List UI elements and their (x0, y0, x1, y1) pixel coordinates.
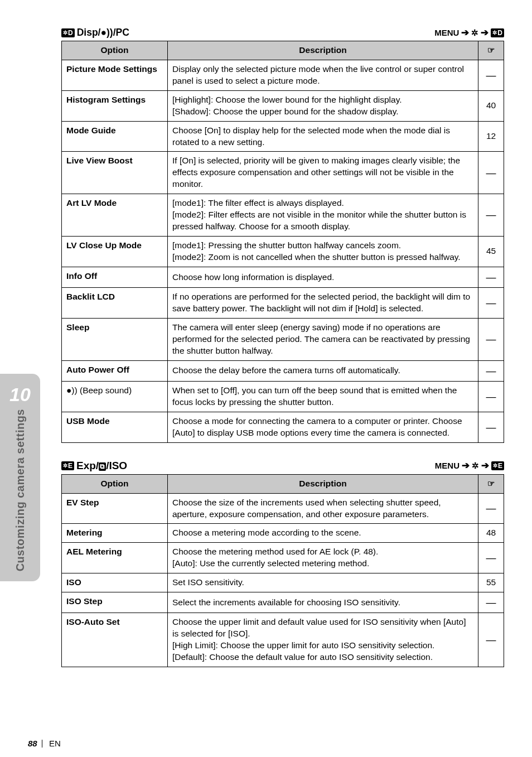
option-page-ref: — (478, 318, 504, 360)
table-row: Auto Power OffChoose the delay before th… (62, 360, 504, 381)
page-footer: 88 EN (28, 739, 61, 748)
table-row: EV StepChoose the size of the increments… (62, 493, 504, 524)
option-description: Choose the upper limit and default value… (168, 613, 478, 667)
gear-icon: ✲ (471, 28, 478, 38)
option-name: USB Mode (62, 412, 168, 442)
col-description: Description (168, 41, 478, 60)
option-name: Info Off (62, 267, 168, 287)
option-description: Select the increments available for choo… (168, 592, 478, 613)
option-page-ref: 40 (478, 90, 504, 121)
table-row: Histogram Settings[Highlight]: Choose th… (62, 90, 504, 121)
page-number: 88 (28, 739, 37, 748)
option-description: [Highlight]: Choose the lower bound for … (168, 90, 478, 121)
table-row: AEL MeteringChoose the metering method u… (62, 543, 504, 573)
col-description: Description (168, 474, 478, 493)
option-name: ISO Step (62, 592, 168, 613)
gear-icon: ✲ (472, 461, 479, 471)
option-page-ref: — (478, 613, 504, 667)
option-description: When set to [Off], you can turn off the … (168, 382, 478, 412)
option-page-ref: — (478, 60, 504, 90)
arrow-icon: ➔ (481, 461, 489, 470)
option-description: Choose the delay before the camera turns… (168, 360, 478, 381)
chapter-number: 10 (9, 384, 31, 406)
option-page-ref: 45 (478, 236, 504, 267)
option-name: Picture Mode Settings (62, 60, 168, 90)
table-row: Mode GuideChoose [On] to display help fo… (62, 121, 504, 152)
option-name: Art LV Mode (62, 194, 168, 237)
option-page-ref: 12 (478, 121, 504, 152)
option-description: Set ISO sensitivity. (168, 573, 478, 592)
option-name: AEL Metering (62, 543, 168, 573)
option-page-ref: — (478, 152, 504, 194)
table-row: ●)) (Beep sound)When set to [Off], you c… (62, 382, 504, 412)
option-name: Backlit LCD (62, 288, 168, 319)
table-row: Backlit LCDIf no operations are performe… (62, 288, 504, 319)
option-page-ref: — (478, 493, 504, 524)
option-description: Choose the size of the increments used w… (168, 493, 478, 524)
option-name: ISO (62, 573, 168, 592)
option-description: Choose [On] to display help for the sele… (168, 121, 478, 152)
tab-badge-d-icon: ✲D (61, 28, 75, 37)
option-name: Sleep (62, 318, 168, 360)
option-page-ref: — (478, 543, 504, 573)
option-name: ●)) (Beep sound) (62, 382, 168, 412)
option-page-ref: — (478, 412, 504, 442)
option-page-ref: 48 (478, 524, 504, 543)
option-name: Histogram Settings (62, 90, 168, 121)
hand-icon: ☞ (487, 479, 495, 488)
option-name: ISO-Auto Set (62, 613, 168, 667)
arrow-icon: ➔ (462, 461, 470, 470)
option-page-ref: — (478, 360, 504, 381)
exposure-comp-icon: ⧉ (99, 462, 106, 471)
table-row: LV Close Up Mode[mode1]: Pressing the sh… (62, 236, 504, 267)
col-page-ref: ☞ (478, 474, 504, 493)
table-row: ISO StepSelect the increments available … (62, 592, 504, 613)
option-name: Auto Power Off (62, 360, 168, 381)
tab-badge-e-icon: ✲E (61, 461, 74, 470)
tab-badge-d-icon: ✲D (491, 28, 504, 37)
hand-icon: ☞ (487, 45, 495, 55)
chapter-title: Customizing camera settings (14, 409, 27, 571)
options-table-d: Option Description ☞ Picture Mode Settin… (61, 41, 504, 443)
section-d-title: Disp/●))/PC (77, 27, 129, 38)
sidebar-tab: 10 Customizing camera settings (0, 374, 40, 581)
option-page-ref: 55 (478, 573, 504, 592)
col-option: Option (62, 474, 168, 493)
option-description: Choose how long information is displayed… (168, 267, 478, 287)
option-page-ref: — (478, 288, 504, 319)
option-page-ref: — (478, 267, 504, 287)
page-language: EN (49, 739, 61, 748)
table-row: MeteringChoose a metering mode according… (62, 524, 504, 543)
option-name: Mode Guide (62, 121, 168, 152)
section-d-breadcrumb: MENU ➔ ✲ ➔ ✲D (434, 28, 504, 38)
option-description: Display only the selected picture mode w… (168, 60, 478, 90)
options-table-e: Option Description ☞ EV StepChoose the s… (61, 474, 504, 667)
option-name: EV Step (62, 493, 168, 524)
option-name: LV Close Up Mode (62, 236, 168, 267)
col-option: Option (62, 41, 168, 60)
option-description: Choose a metering mode according to the … (168, 524, 478, 543)
table-row: SleepThe camera will enter sleep (energy… (62, 318, 504, 360)
table-row: Art LV Mode[mode1]: The filter effect is… (62, 194, 504, 237)
option-description: If [On] is selected, priority will be gi… (168, 152, 478, 194)
tab-badge-e-icon: ✲E (491, 461, 504, 470)
table-row: USB ModeChoose a mode for connecting the… (62, 412, 504, 442)
table-row: Info OffChoose how long information is d… (62, 267, 504, 287)
option-description: [mode1]: The filter effect is always dis… (168, 194, 478, 237)
table-row: Live View BoostIf [On] is selected, prio… (62, 152, 504, 194)
section-d-header: ✲D Disp/●))/PC MENU ➔ ✲ ➔ ✲D (61, 27, 504, 38)
option-description: The camera will enter sleep (energy savi… (168, 318, 478, 360)
option-description: Choose a mode for connecting the camera … (168, 412, 478, 442)
option-description: Choose the metering method used for AE l… (168, 543, 478, 573)
table-row: Picture Mode SettingsDisplay only the se… (62, 60, 504, 90)
arrow-icon: ➔ (481, 28, 489, 37)
option-name: Metering (62, 524, 168, 543)
col-page-ref: ☞ (478, 41, 504, 60)
section-e-breadcrumb: MENU ➔ ✲ ➔ ✲E (435, 461, 504, 471)
option-page-ref: — (478, 592, 504, 613)
option-page-ref: — (478, 194, 504, 237)
option-page-ref: — (478, 382, 504, 412)
section-e-header: ✲E Exp/⧉/ISO MENU ➔ ✲ ➔ ✲E (61, 460, 504, 472)
section-e-title: Exp/⧉/ISO (76, 460, 127, 472)
table-row: ISOSet ISO sensitivity.55 (62, 573, 504, 592)
